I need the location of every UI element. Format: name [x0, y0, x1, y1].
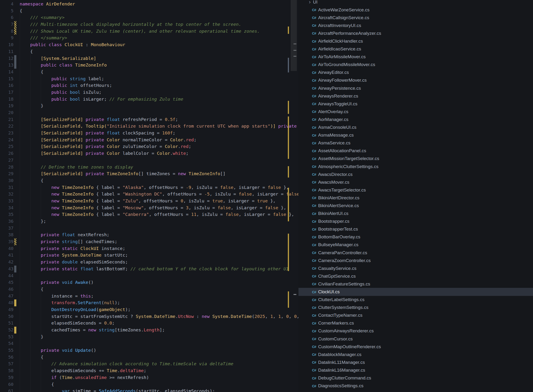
file-item[interactable]: C#AirfieldIcaoService.cs: [298, 45, 533, 53]
file-item[interactable]: C#BikiniAlertService.cs: [298, 202, 533, 210]
code-line[interactable]: 6 /// <summary>: [0, 14, 298, 21]
code-line[interactable]: 11 {: [0, 48, 298, 55]
file-item[interactable]: C#DatalinkL16Manager.cs: [298, 366, 533, 374]
code-line[interactable]: 51 elapsedSimSeconds = 0.0;: [0, 320, 298, 327]
file-item[interactable]: C#BullseyeManager.cs: [298, 241, 533, 249]
file-item[interactable]: C#CustomCursor.cs: [298, 335, 533, 343]
code-area[interactable]: 4namespace AirDefender5{6 /// <summary>7…: [0, 0, 298, 392]
file-item[interactable]: C#AirToGroundMissileMover.cs: [298, 61, 533, 69]
file-item[interactable]: C#ActiveWarZoneService.cs: [298, 6, 533, 14]
file-item[interactable]: C#CivilianFeatureSettings.cs: [298, 280, 533, 288]
code-line[interactable]: 26 [SerializeField] private Color labelC…: [0, 150, 298, 157]
file-item[interactable]: C#CameraPanController.cs: [298, 249, 533, 257]
code-line[interactable]: 55 private void Update(): [0, 347, 298, 354]
file-item[interactable]: C#AsmaConsoleUI.cs: [298, 124, 533, 131]
code-line[interactable]: 25 [SerializeField] private Color zuluTi…: [0, 143, 298, 150]
file-item[interactable]: C#Bootstrapper.cs: [298, 218, 533, 225]
file-item[interactable]: C#DatalinkL11Manager.cs: [298, 358, 533, 366]
code-line[interactable]: 5{: [0, 8, 298, 14]
code-line[interactable]: 15 public string label;: [0, 75, 298, 82]
file-item[interactable]: C#ClutterLabelSettings.cs: [298, 296, 533, 304]
file-item[interactable]: C#CustomMapOutlineRenderer.cs: [298, 343, 533, 350]
code-line[interactable]: 17 public bool isZulu;: [0, 89, 298, 96]
file-item[interactable]: C#CornerMarkers.cs: [298, 319, 533, 327]
code-line[interactable]: 8 /// Shows Local UK time, Zulu time (ce…: [0, 28, 298, 35]
file-item[interactable]: C#ClockUI.cs: [298, 288, 533, 296]
file-item[interactable]: C#AwacsDirector.cs: [298, 170, 533, 178]
code-line[interactable]: 48 transform.SetParent(null);: [0, 299, 298, 306]
file-item[interactable]: C#BikiniAlertDirector.cs: [298, 194, 533, 202]
file-item[interactable]: C#ClutterSystemSettings.cs: [298, 304, 533, 312]
file-item[interactable]: C#DatablockManager.cs: [298, 350, 533, 358]
code-line[interactable]: 38 private float nextRefresh;: [0, 232, 298, 238]
file-item[interactable]: C#AorManager.cs: [298, 116, 533, 123]
code-line[interactable]: 32 new TimeZoneInfo { label = "Washingto…: [0, 191, 298, 198]
code-line[interactable]: 58 elapsedSimSeconds += Time.deltaTime;: [0, 367, 298, 374]
code-line[interactable]: 23 [SerializeField] private float clockS…: [0, 130, 298, 137]
file-item[interactable]: C#BikiniAlertUI.cs: [298, 210, 533, 218]
code-line[interactable]: 19 }: [0, 103, 298, 109]
folder-item-ui[interactable]: ›UI: [298, 0, 533, 6]
file-item[interactable]: C#AirwayFollowerMover.cs: [298, 76, 533, 84]
file-item[interactable]: C#CameraZoomController.cs: [298, 257, 533, 264]
code-line[interactable]: 21 [SerializeField] private float refres…: [0, 116, 298, 123]
code-line[interactable]: 22 [SerializeField, Tooltip("Initialize …: [0, 123, 298, 130]
file-item[interactable]: C#AirwaysToggleUI.cs: [298, 100, 533, 108]
code-editor[interactable]: 4namespace AirDefender5{6 /// <summary>7…: [0, 0, 298, 392]
code-line[interactable]: 29 [SerializeField] private TimeZoneInfo…: [0, 170, 298, 177]
code-line[interactable]: 16 public int offsetHours;: [0, 82, 298, 89]
code-line[interactable]: 13 public class TimeZoneInfo: [0, 62, 298, 69]
file-item[interactable]: C#DirectLaunchController.cs: [298, 390, 533, 392]
file-item[interactable]: C#CustomAirwaysRenderer.cs: [298, 327, 533, 335]
file-item[interactable]: C#AircraftCallsignService.cs: [298, 14, 533, 22]
file-item[interactable]: C#AirwaysRenderer.cs: [298, 92, 533, 100]
file-item[interactable]: C#AwacsMover.cs: [298, 178, 533, 186]
code-line[interactable]: 60 {: [0, 381, 298, 388]
file-item[interactable]: C#AsmaMessage.cs: [298, 131, 533, 139]
file-item[interactable]: C#DebugClutterCommand.cs: [298, 374, 533, 382]
code-line[interactable]: 33 new TimeZoneInfo { label = "Zulu", of…: [0, 198, 298, 205]
file-item[interactable]: C#AirwayEditor.cs: [298, 69, 533, 76]
file-item[interactable]: C#AtmosphericClutterSettings.cs: [298, 163, 533, 170]
code-line[interactable]: 10 public class ClockUI : MonoBehaviour: [0, 42, 298, 48]
file-item[interactable]: C#ContactTypeNamer.cs: [298, 312, 533, 319]
code-line[interactable]: 40 private static ClockUI instance;: [0, 245, 298, 252]
code-line[interactable]: 54: [0, 340, 298, 347]
code-line[interactable]: 28 // Define the time zones to display: [0, 164, 298, 171]
scrollbar[interactable]: [287, 0, 298, 392]
scrollbar-thumb[interactable]: [291, 0, 297, 71]
code-line[interactable]: 37: [0, 225, 298, 232]
file-item[interactable]: C#ChatGptService.cs: [298, 272, 533, 280]
code-line[interactable]: 34 new TimeZoneInfo { label = "Moscow", …: [0, 205, 298, 211]
code-line[interactable]: 43 private static float lastBottomY; // …: [0, 266, 298, 272]
code-line[interactable]: 45 private void Awake(): [0, 279, 298, 286]
file-item[interactable]: C#AircraftInventoryUI.cs: [298, 22, 533, 29]
code-line[interactable]: 57 // Advance simulation clock according…: [0, 360, 298, 367]
code-line[interactable]: 12 [System.Serializable]: [0, 55, 298, 62]
code-line[interactable]: 31 new TimeZoneInfo { label = "Alaska", …: [0, 184, 298, 191]
code-line[interactable]: 20: [0, 109, 298, 116]
file-item[interactable]: C#AsmaService.cs: [298, 139, 533, 147]
code-line[interactable]: 9 /// </summary>: [0, 35, 298, 42]
code-line[interactable]: 27: [0, 157, 298, 164]
code-line[interactable]: 14 {: [0, 69, 298, 75]
code-line[interactable]: 44: [0, 272, 298, 279]
code-line[interactable]: 24 [SerializeField] private Color normal…: [0, 137, 298, 144]
file-item[interactable]: C#AlertOverlay.cs: [298, 108, 533, 116]
code-line[interactable]: 35 new TimeZoneInfo { label = "Canberra"…: [0, 211, 298, 218]
file-item[interactable]: C#AwacsTargetSelector.cs: [298, 186, 533, 194]
code-line[interactable]: 52 cachedTimes = new string[timeZones.Le…: [0, 327, 298, 334]
file-item[interactable]: C#AssetMissionTargetSelector.cs: [298, 155, 533, 163]
code-line[interactable]: 4namespace AirDefender: [0, 1, 298, 8]
code-line[interactable]: 7 /// Multi-timezone clock displayed hor…: [0, 21, 298, 28]
code-line[interactable]: 41 private System.DateTime startUtc;: [0, 252, 298, 259]
code-line[interactable]: 39 private string[] cachedTimes;: [0, 238, 298, 245]
code-line[interactable]: 50 startUtc = startFromSystemUtc ? Syste…: [0, 313, 298, 320]
file-item[interactable]: C#AirToAirMissileMover.cs: [298, 53, 533, 61]
file-item[interactable]: C#BootstrapperTest.cs: [298, 225, 533, 233]
code-line[interactable]: 61 var simTime = SafeAddSeconds(startUtc…: [0, 388, 298, 392]
code-line[interactable]: 49 DontDestroyOnLoad(gameObject);: [0, 306, 298, 313]
file-item[interactable]: C#AirwayPersistence.cs: [298, 84, 533, 92]
file-item[interactable]: C#CasualtyService.cs: [298, 264, 533, 272]
file-item[interactable]: C#BottomBarOverlay.cs: [298, 233, 533, 241]
